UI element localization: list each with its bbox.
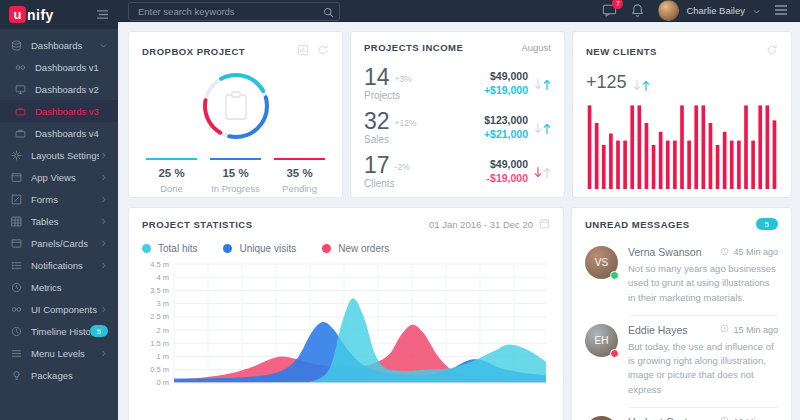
message-text: Not so many years ago businesses used to… — [628, 262, 778, 305]
chat-icon[interactable]: 7 — [602, 3, 617, 18]
card-title: PROJECTS INCOME — [364, 42, 463, 53]
edit-icon — [11, 194, 22, 205]
chevron-right-icon — [99, 195, 108, 204]
search-input[interactable] — [128, 2, 340, 21]
sidebar-item-label: Layouts Settings — [31, 150, 99, 161]
refresh-icon[interactable] — [766, 42, 778, 60]
client-bar — [673, 141, 677, 189]
client-bar — [638, 105, 642, 189]
sidebar-item-dashboards-v4[interactable]: Dashboards v4 — [0, 122, 118, 144]
y-tick-label: 4.5 m — [150, 260, 169, 269]
monitor-icon — [15, 84, 26, 95]
sidebar-item-label: Dashboards v3 — [35, 106, 108, 117]
database-icon — [11, 40, 22, 51]
settings-menu-icon[interactable] — [774, 2, 788, 20]
sidebar-item-metrics[interactable]: Metrics — [0, 276, 118, 298]
income-delta: +3% — [395, 74, 412, 84]
sender-name: Verna Swanson — [628, 246, 702, 258]
sidebar-item-layouts-settings[interactable]: Layouts Settings — [0, 144, 118, 166]
legend-item-new-orders[interactable]: New orders — [322, 243, 389, 254]
client-bar — [645, 123, 649, 189]
card-title: PROJECT STATISTICS — [142, 219, 253, 230]
calendar-icon[interactable] — [539, 218, 550, 231]
unread-messages-card: UNREAD MESSAGES 5 VSVerna Swanson45 Min … — [571, 207, 792, 420]
sidebar-collapse-icon[interactable] — [96, 6, 109, 24]
sidebar-item-forms[interactable]: Forms — [0, 188, 118, 210]
date-range[interactable]: 01 Jan 2016 - 31 Dec 20 — [429, 219, 533, 230]
sidebar-item-dashboards-v2[interactable]: Dashboards v2 — [0, 78, 118, 100]
sidebar-item-menu-levels[interactable]: Menu Levels — [0, 342, 118, 364]
sidebar-item-notifications[interactable]: Notifications — [0, 254, 118, 276]
message-item[interactable]: HCHerbert Castro10 Min agoBut today, the… — [585, 410, 778, 420]
client-bar — [652, 145, 656, 189]
sidebar-item-app-views[interactable]: App Views — [0, 166, 118, 188]
arrow-down-icon — [534, 165, 542, 178]
sidebar-item-packages[interactable]: Packages — [0, 364, 118, 386]
message-time: 15 Min ago — [720, 324, 778, 335]
income-row-projects: 14+3%Projects$49,000+$19,000 — [364, 61, 551, 105]
legend-item-unique-visits[interactable]: Unique visits — [223, 243, 296, 254]
avatar: VS — [585, 246, 618, 279]
card-title: UNREAD MESSAGES — [585, 219, 690, 230]
user-menu[interactable]: Charlie Bailey — [658, 0, 761, 21]
legend-dot-icon — [223, 244, 232, 253]
clock-icon — [720, 416, 729, 420]
sidebar-item-ui-components[interactable]: UI Components — [0, 298, 118, 320]
sidebar-item-tables[interactable]: Tables — [0, 210, 118, 232]
client-bar — [687, 141, 691, 189]
income-change: -$19,000 — [487, 172, 528, 184]
message-item[interactable]: VSVerna Swanson45 Min agoNot so many yea… — [585, 240, 778, 305]
chevron-right-icon — [99, 217, 108, 226]
legend-item-total-hits[interactable]: Total hits — [142, 243, 197, 254]
sidebar-item-timeline-history[interactable]: Timeline History5 — [0, 320, 118, 342]
client-bar — [773, 120, 777, 189]
stat-value: 15 % — [210, 167, 261, 179]
sidebar-item-label: Dashboards v4 — [35, 128, 108, 139]
window-icon — [11, 172, 22, 183]
clock-icon — [11, 282, 22, 293]
client-bar — [616, 141, 620, 189]
client-bar — [758, 105, 762, 189]
bell-icon[interactable] — [630, 3, 645, 18]
client-bar — [723, 132, 727, 189]
search-box — [128, 1, 340, 21]
sidebar-item-dashboards[interactable]: Dashboards — [0, 34, 118, 56]
topbar: 7 Charlie Bailey — [118, 0, 800, 22]
bulb-icon — [11, 370, 22, 381]
sender-name: Herbert Castro — [628, 416, 697, 420]
menu-icon — [11, 348, 22, 359]
refresh-icon[interactable] — [317, 42, 329, 60]
chevron-right-icon — [99, 349, 108, 358]
infinity-icon — [15, 62, 26, 73]
y-tick-label: 4 m — [156, 273, 169, 282]
arrow-up-icon — [543, 165, 551, 178]
arrow-up-icon — [543, 77, 551, 90]
user-name: Charlie Bailey — [686, 5, 745, 16]
message-item[interactable]: EHEddie Hayes15 Min agoBut today, the us… — [585, 318, 778, 397]
gear-icon — [11, 150, 22, 161]
client-bar — [623, 141, 627, 189]
card-title: NEW CLIENTS — [586, 46, 657, 57]
sidebar-item-dashboards-v3[interactable]: Dashboards v3 — [0, 100, 118, 122]
history-icon — [11, 326, 22, 337]
dropbox-project-card: DROPBOX PROJECT 25 %Done15 %In Progress3… — [128, 31, 343, 198]
message-divider — [628, 315, 778, 316]
message-divider — [628, 407, 778, 408]
sidebar-item-panels-cards[interactable]: Panels/Cards — [0, 232, 118, 254]
clipboard-icon — [226, 92, 246, 119]
projects-income-card: PROJECTS INCOME August 14+3%Projects$49,… — [350, 31, 565, 198]
arrow-down-icon — [633, 76, 641, 89]
status-dot — [610, 271, 619, 280]
clients-count: +125 — [586, 72, 627, 93]
period-label[interactable]: August — [521, 42, 551, 53]
sidebar-item-label: Dashboards v1 — [35, 62, 108, 73]
avatar: EH — [585, 324, 618, 357]
chart-icon[interactable] — [297, 42, 309, 60]
income-value: 14 — [364, 66, 390, 89]
trend-arrows-icon — [633, 76, 650, 89]
search-icon[interactable] — [323, 4, 334, 15]
donut-stats: 25 %Done15 %In Progress35 %Pending — [129, 158, 342, 194]
sidebar-item-dashboards-v1[interactable]: Dashboards v1 — [0, 56, 118, 78]
stat-label: In Progress — [210, 183, 261, 194]
app-logo[interactable]: u nify — [9, 6, 54, 23]
